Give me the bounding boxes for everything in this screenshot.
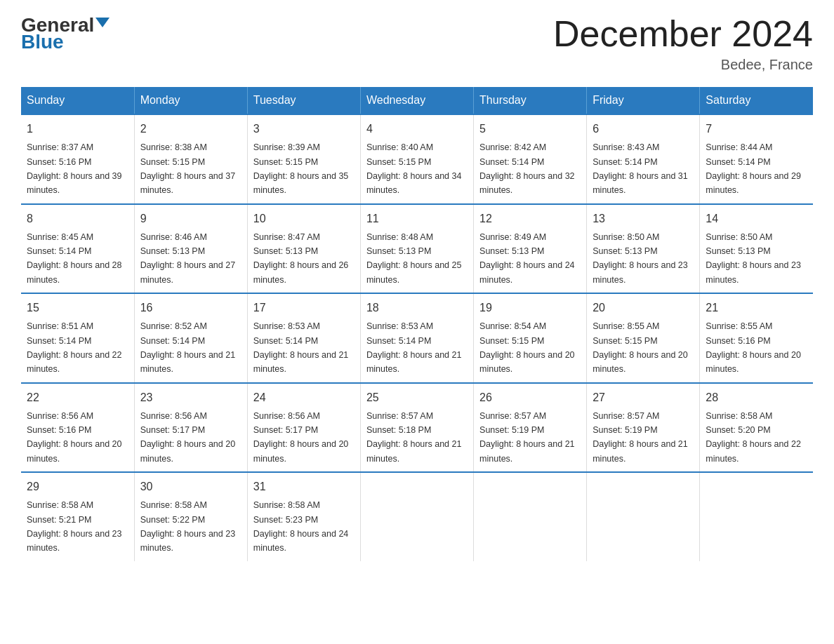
day-number: 1 xyxy=(27,121,128,137)
day-number: 13 xyxy=(593,210,694,227)
calendar-cell: 30 Sunrise: 8:58 AMSunset: 5:22 PMDaylig… xyxy=(134,472,247,561)
day-info: Sunrise: 8:56 AMSunset: 5:17 PMDaylight:… xyxy=(253,411,349,464)
calendar-cell: 21 Sunrise: 8:55 AMSunset: 5:16 PMDaylig… xyxy=(700,293,813,383)
calendar-cell: 7 Sunrise: 8:44 AMSunset: 5:14 PMDayligh… xyxy=(700,114,813,204)
day-info: Sunrise: 8:50 AMSunset: 5:13 PMDaylight:… xyxy=(593,232,688,285)
header-tuesday: Tuesday xyxy=(247,87,360,114)
calendar-cell: 20 Sunrise: 8:55 AMSunset: 5:15 PMDaylig… xyxy=(587,293,700,383)
page-header: General Blue December 2024 Bedee, France xyxy=(21,14,813,73)
day-info: Sunrise: 8:56 AMSunset: 5:16 PMDaylight:… xyxy=(27,411,122,464)
day-info: Sunrise: 8:58 AMSunset: 5:23 PMDaylight:… xyxy=(253,500,349,553)
day-info: Sunrise: 8:58 AMSunset: 5:22 PMDaylight:… xyxy=(140,500,236,553)
day-info: Sunrise: 8:58 AMSunset: 5:21 PMDaylight:… xyxy=(27,500,122,553)
calendar-cell: 9 Sunrise: 8:46 AMSunset: 5:13 PMDayligh… xyxy=(134,204,247,294)
day-number: 27 xyxy=(593,389,694,406)
day-number: 5 xyxy=(479,121,581,137)
day-number: 24 xyxy=(253,389,355,406)
day-number: 14 xyxy=(706,210,807,227)
day-number: 22 xyxy=(27,389,128,406)
day-number: 21 xyxy=(706,300,807,316)
calendar-week-row: 1 Sunrise: 8:37 AMSunset: 5:16 PMDayligh… xyxy=(21,114,813,204)
calendar-cell: 23 Sunrise: 8:56 AMSunset: 5:17 PMDaylig… xyxy=(134,383,247,473)
calendar-week-row: 29 Sunrise: 8:58 AMSunset: 5:21 PMDaylig… xyxy=(21,472,813,561)
calendar-cell: 2 Sunrise: 8:38 AMSunset: 5:15 PMDayligh… xyxy=(134,114,247,204)
day-info: Sunrise: 8:57 AMSunset: 5:18 PMDaylight:… xyxy=(366,411,462,464)
day-info: Sunrise: 8:58 AMSunset: 5:20 PMDaylight:… xyxy=(706,411,801,464)
day-number: 19 xyxy=(479,300,581,316)
day-info: Sunrise: 8:54 AMSunset: 5:15 PMDaylight:… xyxy=(479,321,575,374)
day-number: 9 xyxy=(140,210,241,227)
calendar-cell: 22 Sunrise: 8:56 AMSunset: 5:16 PMDaylig… xyxy=(21,383,134,473)
calendar-cell: 10 Sunrise: 8:47 AMSunset: 5:13 PMDaylig… xyxy=(247,204,360,294)
day-number: 10 xyxy=(253,210,355,227)
calendar-cell: 25 Sunrise: 8:57 AMSunset: 5:18 PMDaylig… xyxy=(360,383,473,473)
logo-triangle-icon xyxy=(95,18,110,27)
calendar-cell xyxy=(587,472,700,561)
day-info: Sunrise: 8:55 AMSunset: 5:16 PMDaylight:… xyxy=(706,321,801,374)
calendar-header-row: Sunday Monday Tuesday Wednesday Thursday… xyxy=(21,87,813,114)
calendar-cell: 27 Sunrise: 8:57 AMSunset: 5:19 PMDaylig… xyxy=(587,383,700,473)
calendar-cell: 29 Sunrise: 8:58 AMSunset: 5:21 PMDaylig… xyxy=(21,472,134,561)
calendar-cell: 6 Sunrise: 8:43 AMSunset: 5:14 PMDayligh… xyxy=(587,114,700,204)
day-info: Sunrise: 8:47 AMSunset: 5:13 PMDaylight:… xyxy=(253,232,349,285)
header-wednesday: Wednesday xyxy=(360,87,473,114)
month-title: December 2024 xyxy=(553,14,813,54)
day-info: Sunrise: 8:37 AMSunset: 5:16 PMDaylight:… xyxy=(27,142,122,195)
calendar-cell xyxy=(360,472,473,561)
day-info: Sunrise: 8:53 AMSunset: 5:14 PMDaylight:… xyxy=(253,321,349,374)
day-info: Sunrise: 8:56 AMSunset: 5:17 PMDaylight:… xyxy=(140,411,236,464)
day-number: 25 xyxy=(366,389,468,406)
calendar-cell: 18 Sunrise: 8:53 AMSunset: 5:14 PMDaylig… xyxy=(360,293,473,383)
calendar-cell: 24 Sunrise: 8:56 AMSunset: 5:17 PMDaylig… xyxy=(247,383,360,473)
calendar-cell: 16 Sunrise: 8:52 AMSunset: 5:14 PMDaylig… xyxy=(134,293,247,383)
day-number: 8 xyxy=(27,210,128,227)
calendar-cell: 31 Sunrise: 8:58 AMSunset: 5:23 PMDaylig… xyxy=(247,472,360,561)
location: Bedee, France xyxy=(553,57,813,73)
header-monday: Monday xyxy=(134,87,247,114)
day-info: Sunrise: 8:40 AMSunset: 5:15 PMDaylight:… xyxy=(366,142,462,195)
calendar-cell: 8 Sunrise: 8:45 AMSunset: 5:14 PMDayligh… xyxy=(21,204,134,294)
calendar-week-row: 15 Sunrise: 8:51 AMSunset: 5:14 PMDaylig… xyxy=(21,293,813,383)
day-info: Sunrise: 8:44 AMSunset: 5:14 PMDaylight:… xyxy=(706,142,801,195)
day-number: 11 xyxy=(366,210,468,227)
calendar-cell: 5 Sunrise: 8:42 AMSunset: 5:14 PMDayligh… xyxy=(474,114,587,204)
day-number: 31 xyxy=(253,478,355,495)
day-info: Sunrise: 8:57 AMSunset: 5:19 PMDaylight:… xyxy=(479,411,575,464)
calendar-cell: 26 Sunrise: 8:57 AMSunset: 5:19 PMDaylig… xyxy=(474,383,587,473)
day-number: 29 xyxy=(27,478,128,495)
header-friday: Friday xyxy=(587,87,700,114)
calendar-cell: 13 Sunrise: 8:50 AMSunset: 5:13 PMDaylig… xyxy=(587,204,700,294)
day-info: Sunrise: 8:43 AMSunset: 5:14 PMDaylight:… xyxy=(593,142,688,195)
day-number: 7 xyxy=(706,121,807,137)
day-info: Sunrise: 8:39 AMSunset: 5:15 PMDaylight:… xyxy=(253,142,349,195)
day-info: Sunrise: 8:50 AMSunset: 5:13 PMDaylight:… xyxy=(706,232,801,285)
title-block: December 2024 Bedee, France xyxy=(553,14,813,73)
day-number: 20 xyxy=(593,300,694,316)
day-number: 28 xyxy=(706,389,807,406)
day-number: 12 xyxy=(479,210,581,227)
calendar-body: 1 Sunrise: 8:37 AMSunset: 5:16 PMDayligh… xyxy=(21,114,813,561)
day-number: 30 xyxy=(140,478,241,495)
calendar-cell xyxy=(700,472,813,561)
day-info: Sunrise: 8:38 AMSunset: 5:15 PMDaylight:… xyxy=(140,142,236,195)
day-number: 26 xyxy=(479,389,581,406)
day-number: 23 xyxy=(140,389,241,406)
calendar-cell: 11 Sunrise: 8:48 AMSunset: 5:13 PMDaylig… xyxy=(360,204,473,294)
calendar-week-row: 22 Sunrise: 8:56 AMSunset: 5:16 PMDaylig… xyxy=(21,383,813,473)
calendar-cell: 14 Sunrise: 8:50 AMSunset: 5:13 PMDaylig… xyxy=(700,204,813,294)
calendar-cell: 17 Sunrise: 8:53 AMSunset: 5:14 PMDaylig… xyxy=(247,293,360,383)
day-number: 2 xyxy=(140,121,241,137)
day-number: 17 xyxy=(253,300,355,316)
calendar-cell: 4 Sunrise: 8:40 AMSunset: 5:15 PMDayligh… xyxy=(360,114,473,204)
day-info: Sunrise: 8:57 AMSunset: 5:19 PMDaylight:… xyxy=(593,411,688,464)
day-info: Sunrise: 8:52 AMSunset: 5:14 PMDaylight:… xyxy=(140,321,236,374)
calendar-cell xyxy=(474,472,587,561)
day-number: 15 xyxy=(27,300,128,316)
day-info: Sunrise: 8:55 AMSunset: 5:15 PMDaylight:… xyxy=(593,321,688,374)
day-info: Sunrise: 8:53 AMSunset: 5:14 PMDaylight:… xyxy=(366,321,462,374)
day-number: 18 xyxy=(366,300,468,316)
day-info: Sunrise: 8:45 AMSunset: 5:14 PMDaylight:… xyxy=(27,232,122,285)
calendar-cell: 3 Sunrise: 8:39 AMSunset: 5:15 PMDayligh… xyxy=(247,114,360,204)
header-sunday: Sunday xyxy=(21,87,134,114)
header-thursday: Thursday xyxy=(474,87,587,114)
